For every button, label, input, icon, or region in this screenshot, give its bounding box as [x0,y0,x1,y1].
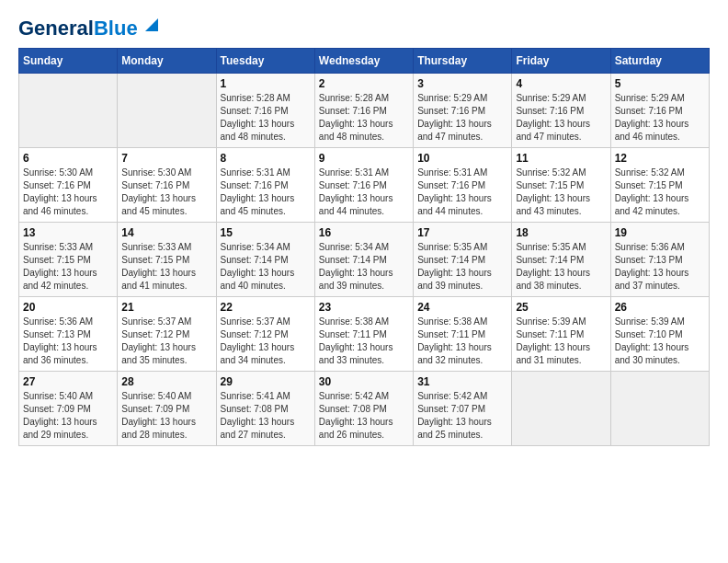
day-info: Sunrise: 5:30 AM Sunset: 7:16 PM Dayligh… [121,167,211,218]
calendar-cell: 18 Sunrise: 5:35 AM Sunset: 7:14 PM Dayl… [512,223,610,297]
day-info: Sunrise: 5:29 AM Sunset: 7:16 PM Dayligh… [615,92,705,144]
day-number: 6 [23,152,113,165]
day-info: Sunrise: 5:35 AM Sunset: 7:14 PM Dayligh… [417,241,507,293]
logo-icon [142,15,162,35]
calendar-cell: 15 Sunrise: 5:34 AM Sunset: 7:14 PM Dayl… [216,223,314,297]
column-header-monday: Monday [118,49,216,74]
day-info: Sunrise: 5:41 AM Sunset: 7:08 PM Dayligh… [221,390,311,442]
calendar-cell: 7 Sunrise: 5:30 AM Sunset: 7:16 PM Dayli… [118,148,216,223]
day-info: Sunrise: 5:32 AM Sunset: 7:15 PM Dayligh… [615,167,705,218]
svg-marker-0 [145,18,158,31]
week-row-2: 6 Sunrise: 5:30 AM Sunset: 7:16 PM Dayli… [19,148,710,223]
page-header: GeneralBlue [18,18,710,39]
day-number: 9 [319,152,409,165]
calendar-cell: 9 Sunrise: 5:31 AM Sunset: 7:16 PM Dayli… [314,148,413,223]
day-info: Sunrise: 5:35 AM Sunset: 7:14 PM Dayligh… [516,241,606,293]
day-number: 1 [221,77,311,90]
day-number: 21 [121,301,211,314]
calendar-cell: 23 Sunrise: 5:38 AM Sunset: 7:11 PM Dayl… [314,297,413,372]
day-info: Sunrise: 5:38 AM Sunset: 7:11 PM Dayligh… [319,316,409,367]
week-row-1: 1 Sunrise: 5:28 AM Sunset: 7:16 PM Dayli… [19,74,710,148]
calendar-cell: 10 Sunrise: 5:31 AM Sunset: 7:16 PM Dayl… [414,148,512,223]
calendar-cell: 30 Sunrise: 5:42 AM Sunset: 7:08 PM Dayl… [314,372,413,446]
calendar-cell: 1 Sunrise: 5:28 AM Sunset: 7:16 PM Dayli… [216,74,314,148]
day-info: Sunrise: 5:31 AM Sunset: 7:16 PM Dayligh… [319,167,409,218]
day-number: 4 [516,77,606,90]
day-info: Sunrise: 5:38 AM Sunset: 7:11 PM Dayligh… [417,316,507,367]
day-number: 18 [516,226,606,239]
calendar-cell [512,372,610,446]
day-info: Sunrise: 5:39 AM Sunset: 7:11 PM Dayligh… [516,316,606,367]
day-number: 10 [417,152,507,165]
day-number: 2 [319,77,409,90]
calendar-cell: 13 Sunrise: 5:33 AM Sunset: 7:15 PM Dayl… [19,223,118,297]
calendar-header-row: SundayMondayTuesdayWednesdayThursdayFrid… [19,49,710,74]
week-row-3: 13 Sunrise: 5:33 AM Sunset: 7:15 PM Dayl… [19,223,710,297]
calendar-cell: 24 Sunrise: 5:38 AM Sunset: 7:11 PM Dayl… [414,297,512,372]
day-number: 11 [516,152,606,165]
day-number: 31 [417,375,507,388]
calendar-cell: 2 Sunrise: 5:28 AM Sunset: 7:16 PM Dayli… [314,74,413,148]
calendar-cell: 12 Sunrise: 5:32 AM Sunset: 7:15 PM Dayl… [610,148,709,223]
day-number: 16 [319,226,409,239]
day-info: Sunrise: 5:31 AM Sunset: 7:16 PM Dayligh… [221,167,311,218]
day-number: 22 [221,301,311,314]
day-info: Sunrise: 5:33 AM Sunset: 7:15 PM Dayligh… [23,241,113,293]
calendar-cell: 25 Sunrise: 5:39 AM Sunset: 7:11 PM Dayl… [512,297,610,372]
calendar-cell: 11 Sunrise: 5:32 AM Sunset: 7:15 PM Dayl… [512,148,610,223]
week-row-4: 20 Sunrise: 5:36 AM Sunset: 7:13 PM Dayl… [19,297,710,372]
logo-text: GeneralBlue [18,18,138,39]
day-info: Sunrise: 5:37 AM Sunset: 7:12 PM Dayligh… [121,316,211,367]
day-number: 19 [615,226,705,239]
calendar-cell: 16 Sunrise: 5:34 AM Sunset: 7:14 PM Dayl… [314,223,413,297]
day-info: Sunrise: 5:42 AM Sunset: 7:08 PM Dayligh… [319,390,409,442]
calendar-cell: 28 Sunrise: 5:40 AM Sunset: 7:09 PM Dayl… [118,372,216,446]
day-number: 15 [221,226,311,239]
calendar-cell: 20 Sunrise: 5:36 AM Sunset: 7:13 PM Dayl… [19,297,118,372]
calendar-cell: 19 Sunrise: 5:36 AM Sunset: 7:13 PM Dayl… [610,223,709,297]
column-header-thursday: Thursday [414,49,512,74]
day-number: 23 [319,301,409,314]
day-number: 7 [121,152,211,165]
day-info: Sunrise: 5:29 AM Sunset: 7:16 PM Dayligh… [417,92,507,144]
calendar-cell: 4 Sunrise: 5:29 AM Sunset: 7:16 PM Dayli… [512,74,610,148]
calendar-cell: 27 Sunrise: 5:40 AM Sunset: 7:09 PM Dayl… [19,372,118,446]
day-number: 8 [221,152,311,165]
day-number: 25 [516,301,606,314]
day-number: 26 [615,301,705,314]
day-info: Sunrise: 5:36 AM Sunset: 7:13 PM Dayligh… [615,241,705,293]
day-number: 29 [221,375,311,388]
day-info: Sunrise: 5:40 AM Sunset: 7:09 PM Dayligh… [121,390,211,442]
day-info: Sunrise: 5:40 AM Sunset: 7:09 PM Dayligh… [23,390,113,442]
day-info: Sunrise: 5:34 AM Sunset: 7:14 PM Dayligh… [221,241,311,293]
day-number: 27 [23,375,113,388]
day-number: 24 [417,301,507,314]
day-number: 3 [417,77,507,90]
logo: GeneralBlue [18,18,162,39]
day-info: Sunrise: 5:28 AM Sunset: 7:16 PM Dayligh… [221,92,311,144]
day-number: 17 [417,226,507,239]
day-info: Sunrise: 5:42 AM Sunset: 7:07 PM Dayligh… [417,390,507,442]
calendar-cell [118,74,216,148]
day-number: 12 [615,152,705,165]
day-number: 28 [121,375,211,388]
day-number: 13 [23,226,113,239]
day-number: 5 [615,77,705,90]
day-number: 14 [121,226,211,239]
day-info: Sunrise: 5:30 AM Sunset: 7:16 PM Dayligh… [23,167,113,218]
calendar-cell: 26 Sunrise: 5:39 AM Sunset: 7:10 PM Dayl… [610,297,709,372]
calendar-cell: 3 Sunrise: 5:29 AM Sunset: 7:16 PM Dayli… [414,74,512,148]
column-header-saturday: Saturday [610,49,709,74]
calendar-cell: 5 Sunrise: 5:29 AM Sunset: 7:16 PM Dayli… [610,74,709,148]
calendar-cell [19,74,118,148]
day-info: Sunrise: 5:34 AM Sunset: 7:14 PM Dayligh… [319,241,409,293]
day-number: 20 [23,301,113,314]
calendar-cell: 31 Sunrise: 5:42 AM Sunset: 7:07 PM Dayl… [414,372,512,446]
calendar-cell: 6 Sunrise: 5:30 AM Sunset: 7:16 PM Dayli… [19,148,118,223]
day-info: Sunrise: 5:32 AM Sunset: 7:15 PM Dayligh… [516,167,606,218]
calendar-cell: 8 Sunrise: 5:31 AM Sunset: 7:16 PM Dayli… [216,148,314,223]
calendar-cell: 22 Sunrise: 5:37 AM Sunset: 7:12 PM Dayl… [216,297,314,372]
calendar-cell: 21 Sunrise: 5:37 AM Sunset: 7:12 PM Dayl… [118,297,216,372]
calendar-cell: 29 Sunrise: 5:41 AM Sunset: 7:08 PM Dayl… [216,372,314,446]
day-info: Sunrise: 5:29 AM Sunset: 7:16 PM Dayligh… [516,92,606,144]
